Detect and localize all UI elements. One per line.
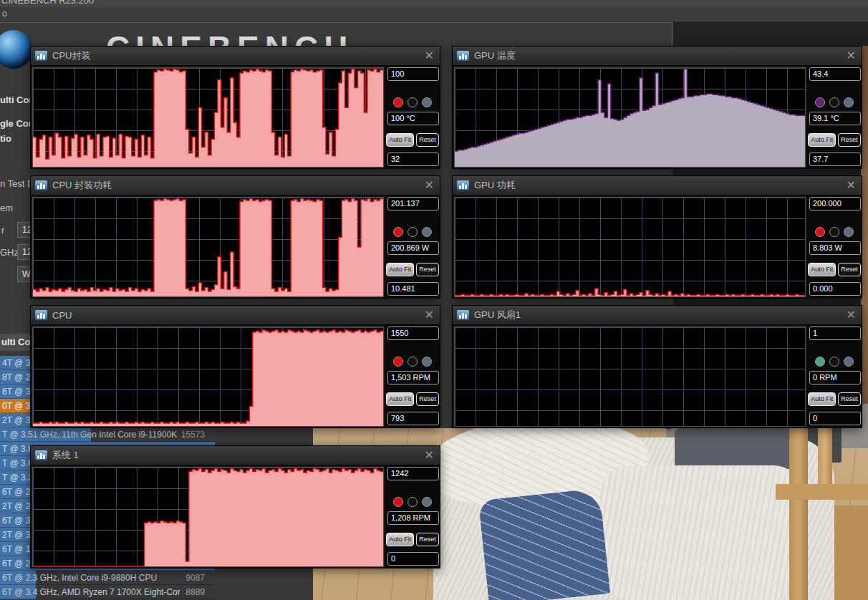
- reset-button[interactable]: Reset: [838, 263, 861, 276]
- empty-color-dot[interactable]: [408, 357, 418, 367]
- graph-control-panel: 100 100 °C Auto Fit Reset 32: [385, 66, 440, 169]
- monitor-window-gpu-power[interactable]: GPU 功耗 ✕ 200.000 8.803 W Auto Fit Reset …: [452, 175, 862, 299]
- list-item-label: T @ 3.51 GHz, 11th Gen Intel Core i9-119…: [2, 430, 177, 440]
- list-item-label: 6T @ 2.: [2, 558, 33, 568]
- window-titlebar[interactable]: GPU 功耗 ✕: [453, 176, 862, 195]
- monitor-window-gpu-temp[interactable]: GPU 温度 ✕ 43.4 39.1 °C Auto Fit Reset 37.…: [452, 46, 862, 169]
- current-value[interactable]: 1,503 RPM: [387, 371, 439, 384]
- slate-color-dot[interactable]: [422, 497, 432, 507]
- empty-color-dot[interactable]: [829, 357, 839, 367]
- graph-area: [32, 467, 384, 567]
- reset-button[interactable]: Reset: [838, 392, 861, 406]
- cinebench-menubar[interactable]: o: [0, 7, 868, 22]
- list-item-i9-11900k[interactable]: T @ 3.51 GHz, 11th Gen Intel Core i9-119…: [0, 427, 215, 442]
- min-value[interactable]: 37.7: [809, 153, 861, 166]
- current-value[interactable]: 8.803 W: [809, 241, 861, 255]
- min-value[interactable]: 0.000: [809, 282, 861, 296]
- max-value[interactable]: 1550: [387, 326, 439, 340]
- window-titlebar[interactable]: CPU 封装功耗 ✕: [31, 176, 440, 195]
- graph-area: [454, 326, 806, 427]
- auto-fit-button[interactable]: Auto Fit: [386, 533, 414, 546]
- graph-area: [454, 67, 806, 168]
- list-item-score: 8889: [185, 585, 205, 599]
- current-value[interactable]: 39.1 °C: [809, 112, 861, 125]
- max-value[interactable]: 1242: [387, 467, 439, 480]
- window-titlebar[interactable]: 系统 1 ✕: [31, 446, 440, 465]
- current-value[interactable]: 0 RPM: [809, 371, 861, 384]
- auto-fit-button[interactable]: Auto Fit: [386, 392, 414, 406]
- auto-fit-button[interactable]: Auto Fit: [808, 133, 836, 147]
- graph-icon: [457, 51, 469, 61]
- empty-color-dot[interactable]: [829, 97, 839, 107]
- monitor-window-cpu-package-temp[interactable]: CPU封装 ✕ 100 100 °C Auto Fit Reset 32: [30, 46, 440, 169]
- empty-color-dot[interactable]: [408, 97, 418, 107]
- empty-color-dot[interactable]: [408, 227, 418, 237]
- min-value[interactable]: 32: [387, 153, 439, 166]
- empty-color-dot[interactable]: [408, 497, 418, 507]
- current-value[interactable]: 100 °C: [387, 112, 439, 125]
- close-icon[interactable]: ✕: [845, 180, 857, 191]
- close-icon[interactable]: ✕: [423, 50, 435, 62]
- series-color-dot[interactable]: [393, 97, 403, 107]
- series-color-dot[interactable]: [815, 227, 825, 237]
- close-icon[interactable]: ✕: [423, 309, 435, 321]
- reset-button[interactable]: Reset: [838, 133, 861, 147]
- cinebench-titlebar[interactable]: CINEBENCH R23.200: [0, 0, 868, 7]
- auto-fit-button[interactable]: Auto Fit: [808, 392, 836, 406]
- window-titlebar[interactable]: CPU封装 ✕: [31, 47, 440, 66]
- monitor-window-system-fan[interactable]: 系统 1 ✕ 1242 1,208 RPM Auto Fit Reset 0: [30, 445, 440, 568]
- close-icon[interactable]: ✕: [423, 450, 435, 461]
- window-titlebar[interactable]: GPU 风扇1 ✕: [453, 306, 862, 325]
- max-value[interactable]: 43.4: [809, 67, 861, 81]
- max-value[interactable]: 100: [387, 67, 439, 81]
- close-icon[interactable]: ✕: [845, 309, 857, 321]
- reset-button[interactable]: Reset: [416, 392, 439, 406]
- min-value[interactable]: 0: [387, 552, 439, 566]
- graph-icon: [35, 310, 47, 320]
- series-color-dot[interactable]: [393, 227, 403, 237]
- empty-color-dot[interactable]: [829, 227, 839, 237]
- window-titlebar[interactable]: GPU 温度 ✕: [453, 47, 862, 66]
- slate-color-dot[interactable]: [844, 357, 854, 367]
- slate-color-dot[interactable]: [422, 97, 432, 107]
- auto-fit-button[interactable]: Auto Fit: [808, 263, 836, 276]
- list-item-label: 2T @ 2.: [2, 501, 33, 511]
- close-icon[interactable]: ✕: [845, 50, 857, 62]
- list-item-label: 6T @ 3: [2, 387, 30, 397]
- reset-button[interactable]: Reset: [416, 533, 439, 546]
- series-color-dot[interactable]: [393, 357, 403, 367]
- auto-fit-button[interactable]: Auto Fit: [386, 263, 414, 276]
- slate-color-dot[interactable]: [422, 357, 432, 367]
- series-color-dot[interactable]: [815, 97, 825, 107]
- list-item-i9-9880h[interactable]: 6T @ 2.3 GHz, Intel Core i9-9880H CPU 90…: [0, 571, 215, 585]
- slate-color-dot[interactable]: [844, 97, 854, 107]
- current-value[interactable]: 200.869 W: [387, 241, 439, 255]
- auto-fit-button[interactable]: Auto Fit: [386, 133, 414, 147]
- monitor-window-cpu-fan[interactable]: CPU ✕ 1550 1,503 RPM Auto Fit Reset 793: [30, 305, 440, 428]
- max-value[interactable]: 201.137: [387, 197, 439, 211]
- min-value[interactable]: 0: [809, 412, 861, 425]
- slate-color-dot[interactable]: [844, 227, 854, 237]
- series-color-dot[interactable]: [815, 357, 825, 367]
- window-titlebar[interactable]: CPU ✕: [31, 306, 440, 325]
- reset-button[interactable]: Reset: [416, 133, 439, 147]
- reset-button[interactable]: Reset: [416, 263, 439, 276]
- max-value[interactable]: 200.000: [809, 197, 861, 211]
- min-value[interactable]: 10.481: [387, 282, 439, 296]
- label-system: em: [0, 203, 13, 213]
- slate-color-dot[interactable]: [422, 227, 432, 237]
- monitor-window-cpu-package-power[interactable]: CPU 封装功耗 ✕ 201.137 200.869 W Auto Fit Re…: [30, 175, 440, 299]
- list-item-label: 6T @ 2.: [2, 487, 33, 497]
- min-value[interactable]: 793: [387, 412, 439, 425]
- series-color-dot[interactable]: [393, 497, 403, 507]
- monitor-window-gpu-fan[interactable]: GPU 风扇1 ✕ 1 0 RPM Auto Fit Reset 0: [452, 305, 862, 428]
- graph-control-panel: 200.000 8.803 W Auto Fit Reset 0.000: [807, 195, 862, 299]
- max-value[interactable]: 1: [809, 326, 861, 340]
- graph-control-panel: 201.137 200.869 W Auto Fit Reset 10.481: [385, 195, 440, 299]
- graph-area: [32, 197, 384, 297]
- window-title: GPU 风扇1: [474, 309, 845, 321]
- menu-item-partial[interactable]: o: [2, 9, 7, 19]
- list-item-ryzen-1700x[interactable]: 6T @ 3.4 GHz, AMD Ryzen 7 1700X Eight-Co…: [0, 585, 215, 599]
- current-value[interactable]: 1,208 RPM: [387, 511, 439, 525]
- close-icon[interactable]: ✕: [423, 180, 435, 191]
